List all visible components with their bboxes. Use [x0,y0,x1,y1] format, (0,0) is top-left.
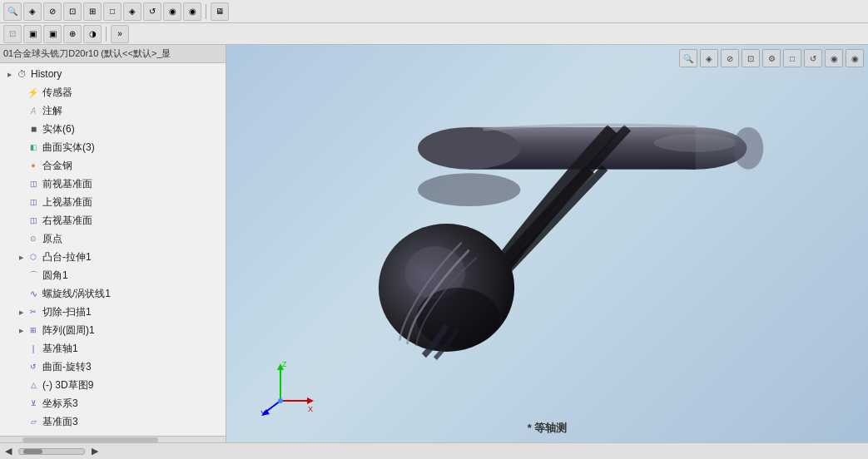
tree-item-origin[interactable]: ⊙ 原点 [0,230,226,248]
tree-item-front-plane[interactable]: ◫ 前视基准面 [0,175,226,193]
tree-item-sensor[interactable]: ⚡ 传感器 [0,83,226,101]
tree-item-history[interactable]: ⏱ History [0,65,226,83]
filter-icon: ⊡ [9,29,16,38]
chevron-right-icon [7,71,12,78]
expand-helix [15,288,27,299]
expand-history[interactable] [3,68,15,80]
cut-sweep-icon: ✂ [27,305,40,318]
tree-item-coord[interactable]: ⊻ 坐标系3 [0,394,226,412]
view-filter-btn[interactable]: ⊡ [742,49,760,67]
toolbar-monitor-btn[interactable]: 🖥 [211,2,229,21]
tree-item-solid[interactable]: ◼ 实体(6) [0,120,226,138]
surface-icon: ◧ [27,141,40,154]
tree-item-axis[interactable]: | 基准轴1 [0,339,226,358]
tree-item-right-plane[interactable]: ◫ 右视基准面 [0,211,226,230]
tree-item-datum3[interactable]: ▱ 基准面3 [0,412,226,431]
toolbar-rotate-btn[interactable]: ↺ [143,2,161,21]
origin-label: 原点 [42,232,222,246]
bottom-hscrollbar[interactable] [18,448,85,455]
expand-pattern[interactable] [15,324,27,336]
svg-text:X: X [308,405,313,413]
expand-revolve-surface [15,361,27,373]
view-rotate-btn[interactable]: ↺ [804,49,822,67]
tree-item-annotation[interactable]: A 注解 [0,101,226,120]
expand-surface [15,141,27,153]
box2-icon: ▣ [49,29,57,38]
toolbar-view-btn[interactable]: ◈ [23,2,42,21]
viewport-right-toolbar: 🔍 ◈ ⊘ ⊡ ⚙ □ ↺ ◉ ◉ [679,49,864,67]
view-zoom-btn[interactable]: 🔍 [679,49,697,67]
tree-item-surface[interactable]: ◧ 曲面实体(3) [0,138,226,156]
annotation-icon: A [27,104,40,117]
tree-item-top-plane[interactable]: ◫ 上视基准面 [0,193,226,211]
expand-right-plane [15,215,27,226]
history-label: History [31,68,222,80]
tree-item-drawing[interactable]: △ (-) 3D草图9 [0,376,226,394]
bottom-scroll-right[interactable]: ▶ [92,446,98,457]
top-plane-label: 上视基准面 [42,195,222,210]
right-plane-label: 右视基准面 [42,214,222,228]
filter-btn[interactable]: ⊡ [3,25,22,43]
panel-hscrollbar[interactable] [0,436,226,442]
svg-point-7 [418,173,520,206]
toolbar-array-btn[interactable]: ⊞ [83,2,102,21]
expand-cut-sweep[interactable] [15,306,27,318]
toolbar-eye2-btn[interactable]: ◉ [183,2,201,21]
revolve-surface-label: 曲面-旋转3 [42,360,222,374]
tree-item-fillet[interactable]: ⌒ 圆角1 [0,266,226,284]
tree-item-cut-sweep[interactable]: ✂ 切除-扫描1 [0,303,226,321]
helix-label: 螺旋线/涡状线1 [42,287,222,301]
chevron-pattern-icon [19,327,23,334]
fillet-icon: ⌒ [27,269,40,282]
panel-hscrollbar-thumb[interactable] [22,437,158,442]
bottom-hscrollbar-thumb[interactable] [23,449,42,454]
box2-btn[interactable]: ▣ [43,25,62,43]
top-plane-icon: ◫ [27,195,40,209]
tree-item-boss-extrude[interactable]: ⬡ 凸台-拉伸1 [0,248,226,266]
tree-item-material[interactable]: ● 合金钢 [0,156,226,175]
toolbar-search-btn[interactable]: 🔍 [3,2,22,21]
svg-point-18 [278,398,283,403]
panel-title: 01合金球头铣刀D20r10 (默认<<默认>_显 [3,47,171,60]
more-btn[interactable]: » [111,25,129,43]
panel-header: 01合金球头铣刀D20r10 (默认<<默认>_显 [0,45,226,63]
pattern-icon: ⊞ [27,323,40,337]
svg-point-8 [733,127,763,170]
front-plane-icon: ◫ [27,177,40,190]
view-hide-btn[interactable]: ⊘ [721,49,739,67]
tree-item-helix[interactable]: ∿ 螺旋线/涡状线1 [0,284,226,303]
expand-front-plane [15,178,27,190]
crosshair-icon: ⊕ [69,29,76,38]
view-section-btn[interactable]: ◈ [700,49,718,67]
box-btn[interactable]: ▣ [23,25,42,43]
sphere-btn[interactable]: ◑ [83,25,102,43]
axis-icon: | [27,342,40,355]
expand-solid [15,123,27,135]
bottom-bar: ◀ ▶ [0,442,868,459]
toolbar-cross-btn[interactable]: ⊘ [43,2,62,21]
view-camera-btn[interactable]: ◉ [825,49,843,67]
datum3-icon: ▱ [27,415,40,428]
tree-item-pattern[interactable]: ⊞ 阵列(圆周)1 [0,321,226,339]
toolbar-view2-btn[interactable]: ◈ [123,2,141,21]
cut-sweep-label: 切除-扫描1 [42,305,222,319]
view-settings-btn[interactable]: ⚙ [762,49,781,67]
view-display-btn[interactable]: ◉ [846,49,864,67]
fillet-label: 圆角1 [42,269,222,283]
axis-indicator: Z X Y [260,359,318,417]
tree-area[interactable]: ⏱ History ⚡ 传感器 A 注解 ◼ 实体(6) [0,63,226,436]
toolbar-sep-2 [106,27,107,42]
bottom-scroll-left[interactable]: ◀ [5,446,12,457]
toolbar-box-btn[interactable]: □ [103,2,122,21]
expand-boss-extrude[interactable] [15,251,27,263]
chevron-cut-icon [19,308,23,316]
tree-item-revolve-surface[interactable]: ↺ 曲面-旋转3 [0,358,226,376]
main-area: 01合金球头铣刀D20r10 (默认<<默认>_显 ⏱ History ⚡ 传感… [0,45,868,442]
toolbar-grid-btn[interactable]: ⊡ [63,2,82,21]
expand-drawing [15,379,27,391]
view-box-btn[interactable]: □ [783,49,801,67]
crosshair-btn[interactable]: ⊕ [63,25,82,43]
viewport[interactable]: Z X Y * 等轴测 🔍 ◈ ⊘ ⊡ ⚙ □ ↺ ◉ [226,45,868,442]
toolbar-eye-btn[interactable]: ◉ [163,2,181,21]
helix-icon: ∿ [27,287,40,300]
